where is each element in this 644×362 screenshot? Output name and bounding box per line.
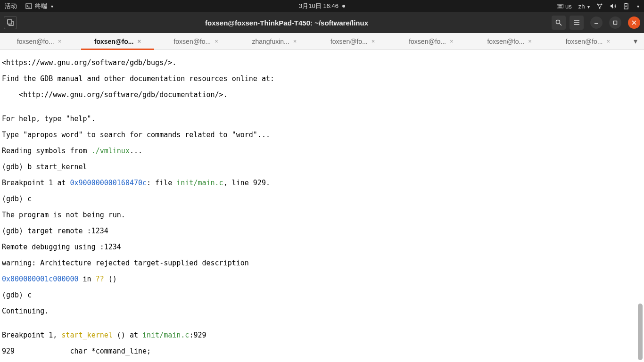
network-icon[interactable] (596, 3, 603, 9)
terminal-line: Reading symbols from ./vmlinux... (2, 147, 642, 155)
gnome-topbar: 活动 终端 ▾ 3月10日 16:46 us zh ▾ (0, 0, 644, 12)
window-titlebar: foxsen@foxsen-ThinkPad-T450: ~/software/… (0, 12, 644, 33)
window-maximize-button[interactable] (609, 16, 621, 29)
search-button[interactable] (552, 16, 566, 30)
tabs-overflow-button[interactable]: ▾ (627, 33, 644, 49)
input-language-label: zh (578, 3, 585, 10)
svg-rect-1 (557, 4, 563, 8)
tab-close-icon[interactable]: × (58, 38, 62, 45)
svg-rect-6 (558, 7, 561, 8)
window-close-button[interactable] (628, 16, 640, 29)
svg-rect-12 (8, 20, 12, 24)
tab-label: zhangfuxin... (252, 38, 289, 45)
tab-4[interactable]: foxsen@fo...× (314, 33, 392, 49)
tab-label: foxsen@fo... (173, 38, 211, 45)
terminal-line: Find the GDB manual and other documentat… (2, 75, 642, 83)
terminal-icon (25, 3, 32, 9)
tab-5[interactable]: foxsen@fo...× (392, 33, 470, 49)
tab-close-icon[interactable]: × (528, 38, 532, 45)
chevron-down-icon: ▾ (51, 4, 53, 9)
app-menu-label: 终端 (35, 2, 47, 10)
keyboard-layout-indicator[interactable]: us (557, 3, 572, 10)
tab-close-icon[interactable]: × (215, 38, 218, 45)
close-icon (632, 20, 636, 25)
tab-close-icon[interactable]: × (137, 38, 141, 45)
hamburger-icon (573, 19, 580, 26)
terminal-line: <http://www.gnu.org/software/gdb/documen… (2, 91, 642, 99)
terminal-line: 0x000000001c000000 in ?? () (2, 275, 642, 283)
tab-close-icon[interactable]: × (372, 38, 375, 45)
tab-label: foxsen@fo... (17, 38, 54, 45)
terminal-line: Breakpoint 1 at 0x900000000160470c: file… (2, 179, 642, 187)
terminal-viewport[interactable]: <https://www.gnu.org/software/gdb/bugs/>… (0, 50, 644, 362)
chevron-down-icon: ▾ (587, 4, 590, 9)
tab-close-icon[interactable]: × (606, 38, 610, 45)
tab-label: foxsen@fo... (566, 38, 603, 45)
maximize-icon (613, 20, 618, 25)
terminal-line: Breakpoint 1, start_kernel () at init/ma… (2, 331, 642, 339)
new-tab-button[interactable] (4, 16, 17, 29)
battery-icon[interactable] (623, 3, 629, 9)
svg-rect-11 (625, 3, 627, 4)
search-icon (555, 19, 562, 26)
svg-rect-4 (560, 5, 561, 6)
tab-0[interactable]: foxsen@fo...× (0, 33, 78, 49)
svg-rect-3 (559, 5, 560, 6)
tab-3[interactable]: zhangfuxin...× (235, 33, 314, 49)
window-title: foxsen@foxsen-ThinkPad-T450: ~/software/… (22, 19, 552, 27)
tab-6[interactable]: foxsen@fo...× (471, 33, 549, 49)
svg-rect-16 (614, 21, 617, 25)
terminal-line: warning: Architecture rejected target-su… (2, 259, 642, 267)
clock[interactable]: 3月10日 16:46 (299, 2, 345, 10)
svg-point-13 (556, 20, 560, 24)
tab-close-icon[interactable]: × (293, 38, 297, 45)
terminal-line: (gdb) c (2, 291, 642, 299)
svg-rect-0 (26, 4, 32, 8)
scrollbar[interactable] (636, 100, 644, 362)
terminal-line: (gdb) b start_kernel (2, 163, 642, 171)
terminal-line: 929 char *command_line; (2, 347, 642, 355)
terminal-tabbar: foxsen@fo...× foxsen@fo...× foxsen@fo...… (0, 33, 644, 50)
new-tab-icon (7, 19, 14, 26)
chevron-down-icon: ▾ (634, 37, 637, 46)
tab-2[interactable]: foxsen@fo...× (157, 33, 235, 49)
input-language-indicator[interactable]: zh ▾ (578, 3, 590, 10)
notification-dot-icon (342, 5, 345, 8)
tab-label: foxsen@fo... (487, 38, 524, 45)
activities-button[interactable]: 活动 (5, 2, 17, 10)
tab-1[interactable]: foxsen@fo...× (78, 33, 157, 49)
svg-rect-5 (561, 5, 562, 6)
tab-label: foxsen@fo... (409, 38, 446, 45)
tab-7[interactable]: foxsen@fo...× (549, 33, 627, 49)
tab-label: foxsen@fo... (330, 38, 368, 45)
tab-close-icon[interactable]: × (450, 38, 454, 45)
terminal-line: <https://www.gnu.org/software/gdb/bugs/>… (2, 59, 642, 67)
terminal-line: For help, type "help". (2, 115, 642, 123)
keyboard-icon (557, 3, 563, 9)
svg-line-14 (560, 24, 561, 25)
clock-text: 3月10日 16:46 (299, 2, 339, 10)
keyboard-layout-label: us (565, 3, 572, 10)
terminal-line: (gdb) c (2, 195, 642, 203)
svg-rect-2 (558, 5, 559, 6)
app-menu[interactable]: 终端 ▾ (25, 2, 53, 10)
terminal-line: Type "apropos word" to search for comman… (2, 131, 642, 139)
volume-icon[interactable] (610, 3, 616, 9)
terminal-line: (gdb) target remote :1234 (2, 227, 642, 235)
terminal-line: Remote debugging using :1234 (2, 243, 642, 251)
tab-label: foxsen@fo... (94, 38, 134, 45)
system-menu-chevron-icon[interactable]: ▾ (637, 4, 639, 9)
scrollbar-thumb[interactable] (638, 304, 643, 360)
window-minimize-button[interactable] (590, 16, 603, 29)
hamburger-menu-button[interactable] (570, 16, 584, 30)
terminal-line: The program is not being run. (2, 211, 642, 219)
minimize-icon (594, 20, 599, 25)
terminal-line: Continuing. (2, 307, 642, 315)
